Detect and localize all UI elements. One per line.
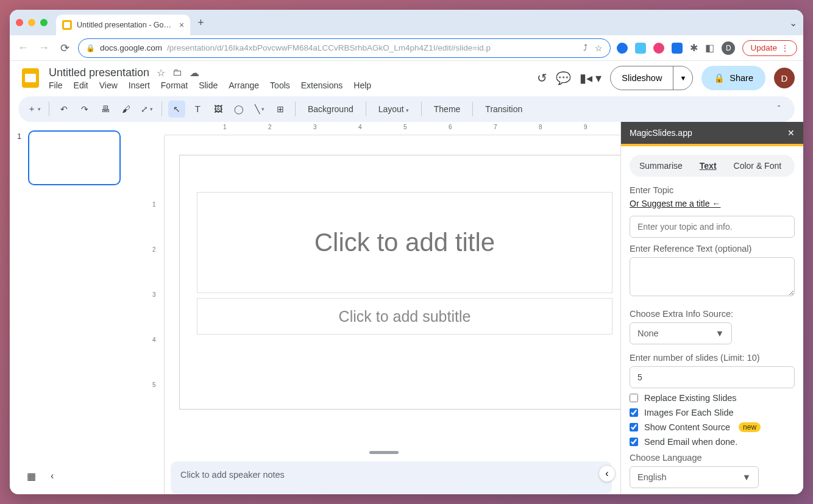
menu-slide[interactable]: Slide <box>199 80 218 90</box>
extension-icon[interactable] <box>672 43 683 54</box>
speaker-notes[interactable]: Click to add speaker notes <box>171 461 612 494</box>
zoom-window-icon[interactable] <box>40 19 48 26</box>
browser-tab-strip: Untitled presentation - Google × + ⌄ <box>10 10 803 35</box>
move-icon[interactable]: 🗀 <box>172 67 182 78</box>
replace-slides-checkbox[interactable] <box>630 394 638 402</box>
images-checkbox[interactable] <box>630 408 638 417</box>
tab-text[interactable]: Text <box>692 157 724 174</box>
paint-format-button[interactable]: 🖌 <box>118 101 135 118</box>
num-slides-input[interactable] <box>630 366 795 388</box>
tab-color-font[interactable]: Color & Font <box>726 157 789 174</box>
extensions-menu-icon[interactable]: ✱ <box>690 42 698 54</box>
theme-button[interactable]: Theme <box>428 104 467 114</box>
slide-stage[interactable]: Click to add title Click to add subtitle <box>179 155 620 410</box>
suggest-title-link[interactable]: Or Suggest me a title ← <box>630 199 795 208</box>
image-tool[interactable]: 🖼 <box>210 101 227 118</box>
language-select[interactable]: English ▼ <box>630 466 759 488</box>
sidepanel-header: MagicSlides.app ✕ <box>621 122 803 144</box>
horizontal-ruler: 1 2 3 4 5 6 7 8 9 <box>165 122 620 135</box>
slideshow-dropdown[interactable]: ▼ <box>673 66 692 90</box>
tab-summarise[interactable]: Summarise <box>632 157 690 174</box>
comments-icon[interactable]: 💬 <box>556 71 571 85</box>
history-icon[interactable]: ↺ <box>537 71 547 85</box>
transition-button[interactable]: Transition <box>479 104 528 114</box>
star-icon[interactable]: ☆ <box>157 67 165 79</box>
chrome-profile-avatar[interactable]: D <box>722 41 735 55</box>
sidepanel-chrome-icon[interactable]: ◧ <box>705 42 714 54</box>
email-checkbox[interactable] <box>630 438 638 446</box>
browser-toolbar: ← → ⟳ 🔒 docs.google.com/presentation/d/1… <box>10 35 803 61</box>
reference-textarea[interactable] <box>630 257 795 296</box>
url-path: /presentation/d/16Ika4xbPovcwwFM684aLCCv… <box>167 43 491 52</box>
new-tab-button[interactable]: + <box>197 16 204 29</box>
menu-edit[interactable]: Edit <box>74 80 88 90</box>
install-app-icon[interactable]: ⤴ <box>583 43 588 53</box>
doc-title[interactable]: Untitled presentation <box>49 66 149 79</box>
topic-input[interactable] <box>630 216 795 238</box>
browser-tab[interactable]: Untitled presentation - Google × <box>56 15 190 35</box>
shape-tool[interactable]: ◯ <box>230 101 247 118</box>
layout-button[interactable]: Layout <box>372 104 415 114</box>
bookmark-icon[interactable]: ☆ <box>595 43 603 53</box>
slide-thumbnail[interactable] <box>28 130 121 185</box>
slideshow-button[interactable]: Slideshow <box>611 73 673 83</box>
extension-icon[interactable] <box>653 43 664 54</box>
textbox-tool[interactable]: 𝖳 <box>189 101 206 118</box>
menu-extensions[interactable]: Extensions <box>301 80 343 90</box>
reload-button[interactable]: ⟳ <box>57 41 72 55</box>
menu-view[interactable]: View <box>99 80 118 90</box>
new-badge: new <box>739 422 761 432</box>
reference-label: Enter Reference Text (optional) <box>630 244 795 254</box>
meet-icon[interactable]: ▮◂ ▾ <box>580 71 602 85</box>
content-source-checkbox[interactable] <box>630 423 638 431</box>
notes-resize-handle[interactable] <box>369 451 399 454</box>
close-window-icon[interactable] <box>16 19 23 26</box>
extension-icon[interactable] <box>617 43 628 54</box>
svg-rect-1 <box>25 74 36 82</box>
menu-file[interactable]: File <box>49 80 63 90</box>
slideshow-button-group: Slideshow ▼ <box>610 66 693 90</box>
menu-insert[interactable]: Insert <box>129 80 150 90</box>
tab-close-icon[interactable]: × <box>179 20 184 30</box>
extension-icon[interactable] <box>635 43 646 54</box>
menu-tools[interactable]: Tools <box>270 80 290 90</box>
forward-button[interactable]: → <box>37 41 51 54</box>
undo-button[interactable]: ↶ <box>55 101 73 118</box>
window-controls <box>16 19 48 26</box>
tabs-dropdown-icon[interactable]: ⌄ <box>789 17 797 29</box>
extra-info-select[interactable]: None ▼ <box>630 322 732 344</box>
title-placeholder[interactable]: Click to add title <box>197 192 612 293</box>
subtitle-placeholder[interactable]: Click to add subtitle <box>197 298 612 335</box>
minimize-window-icon[interactable] <box>28 19 35 26</box>
cloud-status-icon[interactable]: ☁ <box>190 67 199 79</box>
chevron-down-icon: ▼ <box>715 328 724 338</box>
slides-logo-icon[interactable] <box>18 66 43 90</box>
redo-button[interactable]: ↷ <box>76 101 93 118</box>
zoom-button[interactable]: ⤢ <box>138 101 155 118</box>
update-chrome-button[interactable]: Update ⋮ <box>742 40 797 56</box>
grid-view-icon[interactable]: ▦ <box>27 470 36 482</box>
replace-slides-label: Replace Existing Slides <box>644 393 737 403</box>
sidepanel-title: MagicSlides.app <box>630 128 692 138</box>
email-label: Send Email when done. <box>644 437 737 447</box>
line-tool[interactable]: ╲ <box>251 101 268 118</box>
extra-info-label: Choose Extra Info Source: <box>630 309 795 319</box>
address-bar[interactable]: 🔒 docs.google.com/presentation/d/16Ika4x… <box>78 38 611 58</box>
share-button[interactable]: 🔒 Share <box>701 66 765 90</box>
menu-format[interactable]: Format <box>161 80 188 90</box>
update-label: Update <box>750 43 777 52</box>
menu-help[interactable]: Help <box>353 80 371 90</box>
collapse-filmstrip-icon[interactable]: ‹ <box>51 470 54 482</box>
explore-button[interactable]: ‹ <box>598 465 616 482</box>
print-button[interactable]: 🖶 <box>97 101 114 118</box>
new-slide-button[interactable]: ＋ <box>26 101 43 118</box>
comment-tool[interactable]: ⊞ <box>272 101 289 118</box>
url-host: docs.google.com <box>100 43 162 52</box>
close-sidepanel-icon[interactable]: ✕ <box>787 128 795 138</box>
select-tool[interactable]: ↖ <box>168 101 185 118</box>
account-avatar[interactable]: D <box>774 68 795 88</box>
back-button[interactable]: ← <box>16 41 30 54</box>
collapse-toolbar-icon[interactable]: ˆ <box>770 101 787 118</box>
menu-arrange[interactable]: Arrange <box>229 80 259 90</box>
background-button[interactable]: Background <box>302 104 360 114</box>
